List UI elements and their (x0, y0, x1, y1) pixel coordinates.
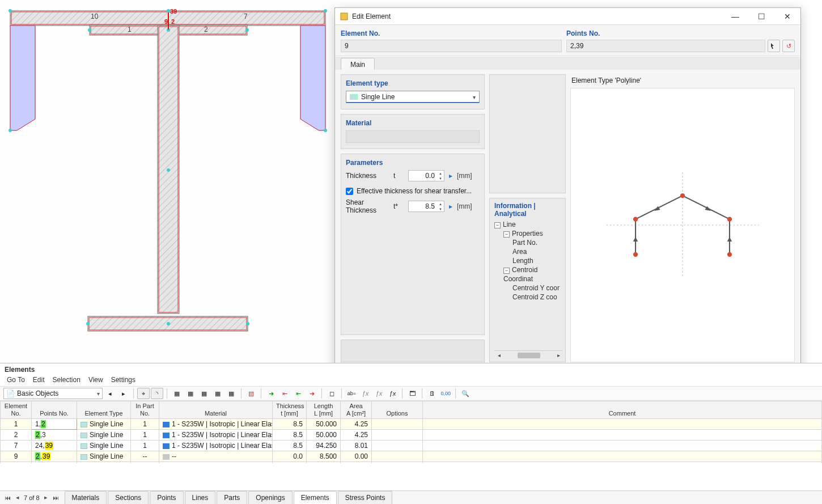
col-options[interactable]: Options (372, 401, 423, 419)
element-no-input[interactable]: 9 (341, 40, 562, 52)
tab-openings[interactable]: Openings (248, 491, 292, 504)
label-node-39: 39 (170, 8, 177, 15)
shear-stepper-icon[interactable]: ▸ (448, 202, 454, 210)
elements-table[interactable]: ElementNo. Points No. Element Type In Pa… (0, 401, 822, 463)
table-row[interactable]: 92,39Single Line----0.08.5000.00 (1, 451, 822, 462)
tab-elements[interactable]: Elements (294, 491, 337, 504)
tool-delete-icon[interactable]: ▧ (245, 388, 257, 399)
tab-materials[interactable]: Materials (65, 491, 107, 504)
element-type-combo[interactable]: Single Line ▾ (346, 91, 480, 103)
shear-unit: [mm] (457, 202, 472, 210)
col-element-no[interactable]: ElementNo. (1, 401, 32, 419)
tab-main[interactable]: Main (341, 58, 375, 70)
material-label: Material (346, 119, 480, 127)
col-material[interactable]: Material (159, 401, 273, 419)
tool-search-icon[interactable]: 🔍 (459, 388, 472, 399)
label-node-2: 2 (171, 18, 175, 25)
col-in-part[interactable]: In PartNo. (131, 401, 159, 419)
svg-point-24 (167, 322, 170, 325)
tree-hscrollbar[interactable]: ◂▸ (494, 350, 563, 359)
pager-first-icon[interactable]: ⏮ (3, 494, 11, 501)
object-selector[interactable]: 📄 Basic Objects ▾ (3, 388, 103, 399)
svg-point-23 (86, 322, 90, 325)
maximize-button[interactable]: ☐ (748, 8, 774, 25)
minimize-button[interactable]: — (722, 8, 748, 25)
menu-view[interactable]: View (88, 376, 103, 384)
tool-export-icon[interactable]: ➜ (265, 388, 277, 399)
table-pager[interactable]: ⏮ ◂ 7 of 8 ▸ ⏭ (3, 494, 65, 501)
shear-thickness-input[interactable]: 8.5 ▲▼ (408, 201, 444, 212)
menu-selection[interactable]: Selection (53, 376, 80, 384)
svg-point-14 (9, 9, 12, 12)
tool-grid-d-icon[interactable]: ▦ (211, 388, 224, 399)
svg-point-33 (727, 217, 732, 221)
prev-icon[interactable]: ◂ (104, 388, 116, 399)
thickness-input[interactable]: 0.0 ▲▼ (408, 170, 444, 181)
tool-grid-e-icon[interactable]: ▦ (225, 388, 238, 399)
close-button[interactable]: ✕ (774, 8, 800, 25)
elements-panel: Elements Go To Edit Selection View Setti… (0, 363, 822, 504)
tab-sections[interactable]: Sections (108, 491, 149, 504)
tool-label-icon[interactable]: ab= (345, 388, 358, 399)
points-no-input[interactable]: 2,39 (566, 40, 765, 52)
tool-fx2-icon[interactable]: ƒx (372, 388, 385, 399)
tool-select-icon[interactable]: ⌖ (137, 388, 150, 399)
next-icon[interactable]: ▸ (117, 388, 130, 399)
tool-grid-b-icon[interactable]: ▦ (184, 388, 197, 399)
menu-edit[interactable]: Edit (33, 376, 45, 384)
element-type-swatch-icon (350, 94, 358, 100)
element-type-label: Element type (346, 79, 480, 87)
effective-thickness-checkbox[interactable]: Effective thickness for shear transfer..… (346, 187, 480, 195)
col-area[interactable]: AreaA [cm²] (341, 401, 372, 419)
table-row[interactable]: 724,39Single Line11 - S235W | Isotropic … (1, 441, 822, 451)
pager-prev-icon[interactable]: ◂ (14, 494, 22, 501)
clear-points-icon[interactable]: ↺ (782, 40, 795, 52)
tool-grid-c-icon[interactable]: ▦ (198, 388, 210, 399)
tool-lasso-icon[interactable]: ◝ (151, 388, 163, 399)
tab-stress-points[interactable]: Stress Points (338, 491, 393, 504)
svg-point-30 (633, 252, 638, 257)
pager-next-icon[interactable]: ▸ (42, 494, 50, 501)
info-tree[interactable]: −Line −Properties Part No. Area Length −… (494, 220, 563, 348)
preview-canvas[interactable] (570, 88, 795, 362)
tool-import-red-icon[interactable]: ⇤ (278, 388, 291, 399)
tab-points[interactable]: Points (150, 491, 183, 504)
tab-parts[interactable]: Parts (217, 491, 247, 504)
tool-calendar-icon[interactable]: 🗓 (426, 388, 438, 399)
section-canvas[interactable]: 10 7 1 2 39 9 2 (0, 0, 334, 363)
col-comment[interactable]: Comment (423, 401, 822, 419)
pager-last-icon[interactable]: ⏭ (52, 494, 60, 501)
table-row[interactable]: 1039,25Single Line11 - S235W | Isotropic… (1, 462, 822, 464)
shear-symbol: t* (393, 202, 405, 210)
tool-fx1-icon[interactable]: ƒx (359, 388, 371, 399)
tool-import-green-icon[interactable]: ⇤ (292, 388, 304, 399)
col-element-type[interactable]: Element Type (77, 401, 131, 419)
col-points-no[interactable]: Points No. (32, 401, 77, 419)
points-no-label: Points No. (566, 29, 795, 39)
table-row[interactable]: 11,2Single Line11 - S235W | Isotropic | … (1, 419, 822, 430)
tab-lines[interactable]: Lines (185, 491, 216, 504)
dialog-title: Edit Element (352, 12, 722, 20)
thickness-stepper-icon[interactable]: ▸ (448, 172, 454, 180)
tool-grid-a-icon[interactable]: ▦ (171, 388, 183, 399)
preview-title: Element Type 'Polyline' (570, 74, 795, 88)
col-length[interactable]: LengthL [mm] (307, 401, 341, 419)
table-row[interactable]: 22,3Single Line11 - S235W | Isotropic | … (1, 430, 822, 441)
pick-points-icon[interactable] (768, 40, 780, 52)
menu-settings[interactable]: Settings (111, 376, 135, 384)
menu-goto[interactable]: Go To (7, 376, 25, 384)
svg-point-16 (324, 9, 327, 12)
svg-point-32 (680, 193, 685, 198)
tool-window-icon[interactable]: ◻ (325, 388, 338, 399)
label-1: 1 (128, 26, 132, 33)
svg-point-20 (9, 129, 12, 132)
tool-arrow-icon[interactable]: ➜ (306, 388, 318, 399)
svg-marker-6 (10, 26, 35, 130)
col-thickness[interactable]: Thicknesst [mm] (273, 401, 307, 419)
label-10: 10 (91, 12, 99, 20)
effective-thickness-label: Effective thickness for shear transfer..… (357, 187, 472, 195)
tool-fx3-icon[interactable]: ƒx (386, 388, 399, 399)
tool-table-icon[interactable]: 🗔 (406, 388, 418, 399)
tool-decimals-icon[interactable]: 0,00 (439, 388, 452, 399)
material-combo[interactable] (346, 130, 480, 143)
